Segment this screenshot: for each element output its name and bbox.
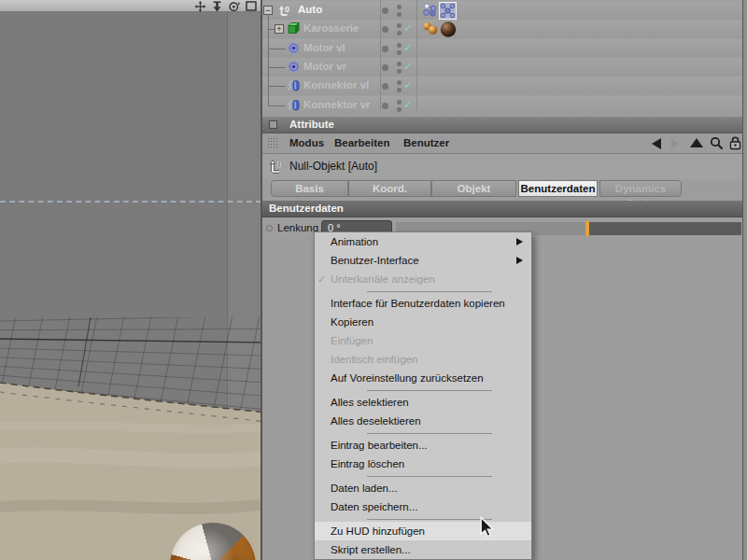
object-row[interactable]: Motor vl✓ bbox=[261, 39, 742, 58]
rotate-icon[interactable] bbox=[228, 1, 240, 12]
application-window: −0Auto+Karosserie✓Motor vl✓Motor vr✓Konn… bbox=[0, 0, 747, 560]
render-visibility-dot[interactable] bbox=[397, 12, 402, 17]
tree-line bbox=[268, 49, 286, 49]
object-row[interactable]: +Karosserie✓ bbox=[261, 20, 742, 38]
menu-item-skript-erstellen[interactable]: Skript erstellen... bbox=[315, 540, 531, 559]
mouse-cursor bbox=[478, 516, 496, 542]
object-row[interactable]: Konnektor vl✓ bbox=[261, 77, 742, 95]
menu-item-eintrag-bearbeiten[interactable]: Eintrag bearbeiten... bbox=[315, 436, 531, 455]
object-row[interactable]: Konnektor vr✓ bbox=[261, 96, 742, 115]
visibility-dot[interactable] bbox=[382, 26, 388, 33]
enabled-check-icon[interactable]: ✓ bbox=[403, 41, 413, 54]
menu-item-benutzer-interface[interactable]: Benutzer-Interface bbox=[315, 251, 531, 270]
column-divider bbox=[380, 0, 381, 111]
menu-item-identisch-einfügen: Identisch einfügen bbox=[315, 350, 531, 369]
expand-toggle-icon[interactable]: + bbox=[275, 24, 284, 34]
menubar-item-modus[interactable]: Modus bbox=[289, 137, 324, 148]
tab-basis[interactable]: Basis bbox=[271, 180, 348, 197]
object-name[interactable]: Motor vl bbox=[303, 42, 345, 53]
render-visibility-dot[interactable] bbox=[397, 5, 402, 9]
panel-pin-box[interactable] bbox=[269, 120, 277, 129]
enabled-check-icon[interactable]: ✓ bbox=[403, 21, 413, 35]
visibility-dot[interactable] bbox=[382, 83, 388, 90]
visibility-dot[interactable] bbox=[382, 64, 388, 71]
menu-item-daten-speichern[interactable]: Daten speichern... bbox=[315, 497, 531, 516]
render-visibility-dot[interactable] bbox=[397, 69, 402, 74]
menubar-item-benutzer[interactable]: Benutzer bbox=[403, 137, 449, 148]
menu-item-eintrag-löschen[interactable]: Eintrag löschen bbox=[315, 455, 531, 473]
render-visibility-dot[interactable] bbox=[397, 31, 402, 35]
gear-icon bbox=[287, 60, 301, 77]
menu-item-alles-deselektieren[interactable]: Alles deselektieren bbox=[315, 412, 531, 430]
tab-dynamics-body[interactable]: Dynamics Body bbox=[599, 180, 682, 197]
visibility-dot[interactable] bbox=[382, 46, 388, 52]
object-name[interactable]: Konnektor vr bbox=[303, 99, 371, 110]
render-visibility-dot[interactable] bbox=[397, 100, 402, 105]
lock-icon[interactable] bbox=[729, 136, 741, 154]
visibility-dot[interactable] bbox=[382, 7, 388, 14]
tab-objekt[interactable]: Objekt bbox=[431, 180, 516, 197]
render-visibility-dot[interactable] bbox=[397, 23, 402, 28]
menubar-item-bearbeiten[interactable]: Bearbeiten bbox=[334, 137, 389, 148]
submenu-arrow-icon bbox=[516, 238, 523, 245]
render-visibility-dot[interactable] bbox=[397, 80, 402, 85]
3d-viewport[interactable] bbox=[0, 0, 261, 560]
selected-object-row: 0 Null-Objekt [Auto] bbox=[261, 154, 742, 179]
keyframe-circle-icon[interactable] bbox=[266, 225, 273, 231]
panel-title: Attribute bbox=[289, 119, 334, 130]
render-visibility-dot[interactable] bbox=[397, 62, 402, 66]
object-name[interactable]: Auto bbox=[298, 4, 322, 15]
object-name[interactable]: Motor vr bbox=[303, 61, 346, 72]
render-visibility-dot[interactable] bbox=[397, 50, 402, 55]
menu-item-alles-selektieren[interactable]: Alles selektieren bbox=[315, 393, 531, 412]
cube-icon bbox=[287, 21, 301, 39]
render-visibility-dot[interactable] bbox=[397, 88, 402, 92]
search-icon[interactable] bbox=[710, 136, 724, 154]
visibility-dot[interactable] bbox=[382, 103, 388, 109]
context-menu: AnimationBenutzer-InterfaceUnterkanäle a… bbox=[314, 231, 532, 560]
attribute-panel-header: Attribute bbox=[261, 117, 742, 133]
panel-divider[interactable] bbox=[261, 0, 262, 560]
xpresso-tag-icon[interactable] bbox=[422, 2, 438, 21]
enabled-check-icon[interactable]: ✓ bbox=[403, 60, 413, 73]
selected-object-label: Null-Objekt [Auto] bbox=[289, 160, 377, 173]
material-tag-orange-icon[interactable] bbox=[422, 21, 439, 40]
tree-line bbox=[268, 14, 269, 105]
pan-icon[interactable] bbox=[194, 1, 206, 12]
object-name[interactable]: Konnektor vl bbox=[303, 79, 369, 91]
menu-item-zu-hud-hinzufügen[interactable]: Zu HUD hinzufügen bbox=[315, 522, 531, 540]
object-row[interactable]: Motor vr✓ bbox=[261, 58, 742, 77]
section-title: Benutzerdaten bbox=[269, 203, 344, 214]
object-row[interactable]: −0Auto bbox=[261, 1, 742, 20]
enabled-check-icon[interactable]: ✓ bbox=[403, 98, 413, 111]
render-visibility-dot[interactable] bbox=[397, 107, 402, 112]
column-divider bbox=[416, 0, 417, 111]
slider-knob[interactable] bbox=[585, 221, 589, 236]
history-back-icon[interactable] bbox=[652, 138, 661, 149]
tree-line bbox=[268, 105, 286, 106]
menu-item-interface-für-benutzerdaten-kopieren[interactable]: Interface für Benutzerdaten kopieren bbox=[315, 294, 531, 313]
svg-text:0: 0 bbox=[276, 160, 282, 170]
viewport-canvas[interactable] bbox=[0, 12, 261, 560]
tab-benutzerdaten[interactable]: Benutzerdaten bbox=[518, 180, 598, 197]
connector-icon bbox=[287, 78, 301, 96]
tab-koord-[interactable]: Koord. bbox=[348, 180, 431, 197]
menu-item-kopieren[interactable]: Kopieren bbox=[315, 313, 531, 331]
menu-item-animation[interactable]: Animation bbox=[315, 232, 531, 251]
object-manager: −0Auto+Karosserie✓Motor vl✓Motor vr✓Konn… bbox=[261, 0, 742, 114]
tree-line bbox=[268, 67, 286, 68]
panel-grip-icon[interactable] bbox=[267, 137, 279, 149]
maximize-icon[interactable] bbox=[245, 1, 257, 12]
enabled-check-icon[interactable]: ✓ bbox=[403, 78, 413, 91]
parent-up-icon[interactable] bbox=[690, 138, 703, 147]
menu-item-auf-voreinstellung-zurücksetzen[interactable]: Auf Voreinstellung zurücksetzen bbox=[315, 369, 531, 387]
attribute-menubar: ModusBearbeitenBenutzer bbox=[261, 133, 742, 154]
gear-icon bbox=[287, 41, 301, 59]
svg-text:0: 0 bbox=[285, 5, 289, 14]
tree-line bbox=[268, 29, 275, 30]
connector-icon bbox=[287, 98, 301, 116]
menu-item-daten-laden[interactable]: Daten laden... bbox=[315, 479, 531, 497]
object-name[interactable]: Karosserie bbox=[303, 22, 359, 34]
dolly-icon[interactable] bbox=[211, 1, 223, 12]
render-visibility-dot[interactable] bbox=[397, 43, 402, 48]
